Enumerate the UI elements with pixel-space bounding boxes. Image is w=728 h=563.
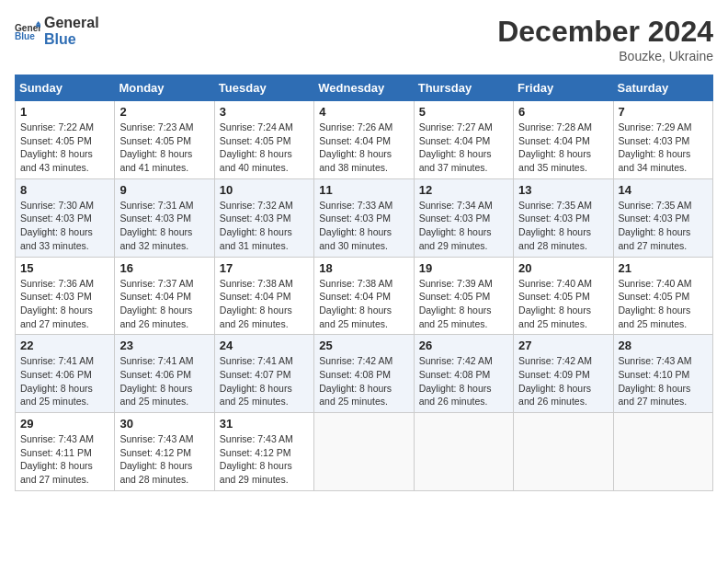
weekday-header-saturday: Saturday: [613, 75, 712, 101]
day-info: Sunrise: 7:38 AMSunset: 4:04 PMDaylight:…: [319, 277, 408, 331]
day-number: 16: [119, 261, 209, 275]
calendar-cell: 7Sunrise: 7:29 AMSunset: 4:03 PMDaylight…: [613, 101, 712, 179]
calendar-cell: 30Sunrise: 7:43 AMSunset: 4:12 PMDayligh…: [115, 413, 214, 491]
day-number: 5: [419, 105, 508, 119]
day-info: Sunrise: 7:43 AMSunset: 4:11 PMDaylight:…: [20, 432, 109, 487]
day-number: 20: [518, 261, 608, 275]
day-number: 18: [319, 261, 408, 275]
day-info: Sunrise: 7:28 AMSunset: 4:04 PMDaylight:…: [518, 121, 608, 175]
day-info: Sunrise: 7:33 AMSunset: 4:03 PMDaylight:…: [319, 199, 408, 253]
calendar-cell: 6Sunrise: 7:28 AMSunset: 4:04 PMDaylight…: [514, 101, 613, 179]
day-number: 1: [20, 105, 109, 119]
calendar-cell: 21Sunrise: 7:40 AMSunset: 4:05 PMDayligh…: [613, 257, 712, 335]
calendar-cell: 3Sunrise: 7:24 AMSunset: 4:05 PMDaylight…: [214, 101, 313, 179]
logo-general-text: General: [44, 15, 99, 31]
day-info: Sunrise: 7:41 AMSunset: 4:06 PMDaylight:…: [20, 354, 109, 408]
day-number: 26: [419, 339, 508, 352]
calendar-cell: 17Sunrise: 7:38 AMSunset: 4:04 PMDayligh…: [214, 257, 313, 335]
calendar-cell: 12Sunrise: 7:34 AMSunset: 4:03 PMDayligh…: [414, 178, 513, 257]
day-number: 23: [119, 339, 209, 352]
day-info: Sunrise: 7:42 AMSunset: 4:09 PMDaylight:…: [518, 354, 608, 408]
day-info: Sunrise: 7:29 AMSunset: 4:03 PMDaylight:…: [619, 121, 708, 175]
svg-marker-3: [36, 24, 40, 27]
calendar-cell: [314, 413, 414, 491]
calendar-cell: 10Sunrise: 7:32 AMSunset: 4:03 PMDayligh…: [214, 178, 313, 257]
day-number: 31: [220, 417, 309, 431]
day-number: 11: [319, 183, 408, 197]
day-number: 12: [419, 183, 508, 197]
calendar-cell: 23Sunrise: 7:41 AMSunset: 4:06 PMDayligh…: [115, 335, 214, 413]
day-number: 13: [518, 183, 608, 197]
calendar-cell: 8Sunrise: 7:30 AMSunset: 4:03 PMDaylight…: [16, 178, 115, 257]
day-number: 22: [20, 339, 109, 352]
calendar-cell: 29Sunrise: 7:43 AMSunset: 4:11 PMDayligh…: [16, 413, 115, 491]
weekday-header-row: SundayMondayTuesdayWednesdayThursdayFrid…: [16, 75, 713, 101]
calendar-cell: 14Sunrise: 7:35 AMSunset: 4:03 PMDayligh…: [613, 178, 712, 257]
day-number: 7: [619, 105, 708, 119]
day-info: Sunrise: 7:38 AMSunset: 4:04 PMDaylight:…: [220, 277, 309, 331]
calendar-cell: 19Sunrise: 7:39 AMSunset: 4:05 PMDayligh…: [414, 257, 513, 335]
calendar-cell: 24Sunrise: 7:41 AMSunset: 4:07 PMDayligh…: [214, 335, 313, 413]
calendar-week-row: 29Sunrise: 7:43 AMSunset: 4:11 PMDayligh…: [16, 413, 713, 491]
calendar-cell: 13Sunrise: 7:35 AMSunset: 4:03 PMDayligh…: [514, 178, 613, 257]
calendar-table: SundayMondayTuesdayWednesdayThursdayFrid…: [15, 75, 713, 491]
day-info: Sunrise: 7:26 AMSunset: 4:04 PMDaylight:…: [319, 121, 408, 175]
day-info: Sunrise: 7:43 AMSunset: 4:12 PMDaylight:…: [220, 432, 309, 487]
weekday-header-wednesday: Wednesday: [314, 75, 414, 101]
calendar-cell: 25Sunrise: 7:42 AMSunset: 4:08 PMDayligh…: [314, 335, 414, 413]
day-number: 2: [119, 105, 209, 119]
day-number: 6: [518, 105, 608, 119]
calendar-cell: 31Sunrise: 7:43 AMSunset: 4:12 PMDayligh…: [214, 413, 313, 491]
day-info: Sunrise: 7:42 AMSunset: 4:08 PMDaylight:…: [319, 354, 408, 408]
day-number: 30: [119, 417, 209, 431]
calendar-cell: 18Sunrise: 7:38 AMSunset: 4:04 PMDayligh…: [314, 257, 414, 335]
day-number: 15: [20, 261, 109, 275]
logo-icon: General Blue: [15, 21, 40, 41]
day-number: 4: [319, 105, 408, 119]
day-number: 24: [220, 339, 309, 352]
page-header: General Blue General Blue December 2024 …: [15, 15, 713, 63]
title-block: December 2024 Bouzke, Ukraine: [497, 15, 713, 63]
location-title: Bouzke, Ukraine: [497, 49, 713, 63]
calendar-week-row: 22Sunrise: 7:41 AMSunset: 4:06 PMDayligh…: [16, 335, 713, 413]
calendar-week-row: 1Sunrise: 7:22 AMSunset: 4:05 PMDaylight…: [16, 101, 713, 179]
day-number: 10: [220, 183, 309, 197]
day-info: Sunrise: 7:31 AMSunset: 4:03 PMDaylight:…: [119, 199, 209, 253]
calendar-cell: 11Sunrise: 7:33 AMSunset: 4:03 PMDayligh…: [314, 178, 414, 257]
calendar-week-row: 15Sunrise: 7:36 AMSunset: 4:03 PMDayligh…: [16, 257, 713, 335]
calendar-week-row: 8Sunrise: 7:30 AMSunset: 4:03 PMDaylight…: [16, 178, 713, 257]
calendar-cell: 2Sunrise: 7:23 AMSunset: 4:05 PMDaylight…: [115, 101, 214, 179]
calendar-cell: [613, 413, 712, 491]
logo: General Blue General Blue: [15, 15, 99, 47]
day-number: 28: [619, 339, 708, 352]
day-info: Sunrise: 7:35 AMSunset: 4:03 PMDaylight:…: [619, 199, 708, 253]
calendar-cell: [414, 413, 513, 491]
day-info: Sunrise: 7:43 AMSunset: 4:12 PMDaylight:…: [119, 432, 209, 487]
calendar-cell: 20Sunrise: 7:40 AMSunset: 4:05 PMDayligh…: [514, 257, 613, 335]
day-info: Sunrise: 7:43 AMSunset: 4:10 PMDaylight:…: [619, 354, 708, 408]
day-info: Sunrise: 7:36 AMSunset: 4:03 PMDaylight:…: [20, 277, 109, 331]
calendar-cell: 1Sunrise: 7:22 AMSunset: 4:05 PMDaylight…: [16, 101, 115, 179]
calendar-cell: 5Sunrise: 7:27 AMSunset: 4:04 PMDaylight…: [414, 101, 513, 179]
day-info: Sunrise: 7:30 AMSunset: 4:03 PMDaylight:…: [20, 199, 109, 253]
day-info: Sunrise: 7:40 AMSunset: 4:05 PMDaylight:…: [518, 277, 608, 331]
calendar-cell: 28Sunrise: 7:43 AMSunset: 4:10 PMDayligh…: [613, 335, 712, 413]
calendar-cell: [514, 413, 613, 491]
weekday-header-tuesday: Tuesday: [214, 75, 313, 101]
day-info: Sunrise: 7:41 AMSunset: 4:07 PMDaylight:…: [220, 354, 309, 408]
calendar-cell: 27Sunrise: 7:42 AMSunset: 4:09 PMDayligh…: [514, 335, 613, 413]
day-info: Sunrise: 7:24 AMSunset: 4:05 PMDaylight:…: [220, 121, 309, 175]
weekday-header-monday: Monday: [115, 75, 214, 101]
logo-blue-text: Blue: [44, 31, 99, 48]
day-info: Sunrise: 7:32 AMSunset: 4:03 PMDaylight:…: [220, 199, 309, 253]
day-number: 8: [20, 183, 109, 197]
day-info: Sunrise: 7:40 AMSunset: 4:05 PMDaylight:…: [619, 277, 708, 331]
day-info: Sunrise: 7:27 AMSunset: 4:04 PMDaylight:…: [419, 121, 508, 175]
calendar-cell: 26Sunrise: 7:42 AMSunset: 4:08 PMDayligh…: [414, 335, 513, 413]
day-info: Sunrise: 7:39 AMSunset: 4:05 PMDaylight:…: [419, 277, 508, 331]
day-info: Sunrise: 7:23 AMSunset: 4:05 PMDaylight:…: [119, 121, 209, 175]
day-number: 9: [119, 183, 209, 197]
calendar-cell: 15Sunrise: 7:36 AMSunset: 4:03 PMDayligh…: [16, 257, 115, 335]
calendar-cell: 16Sunrise: 7:37 AMSunset: 4:04 PMDayligh…: [115, 257, 214, 335]
day-number: 27: [518, 339, 608, 352]
